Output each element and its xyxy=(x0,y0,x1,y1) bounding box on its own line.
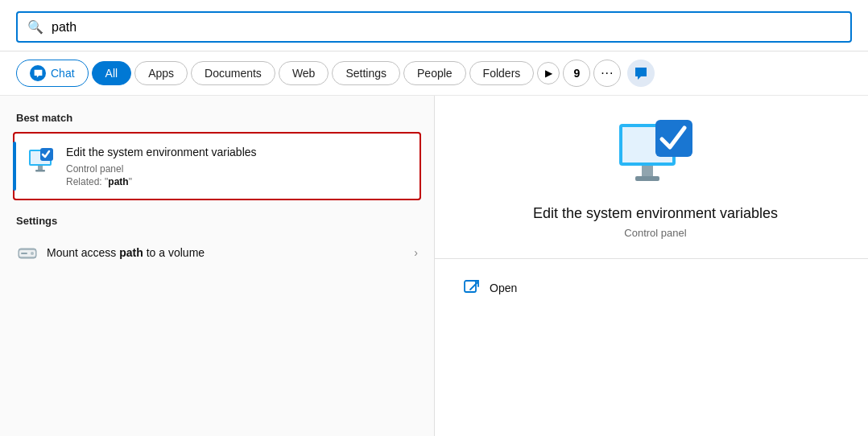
control-panel-icon xyxy=(27,146,56,175)
svg-point-7 xyxy=(31,252,34,255)
open-icon xyxy=(462,278,482,298)
tab-documents[interactable]: Documents xyxy=(191,61,275,85)
settings-section-title: Settings xyxy=(16,215,418,227)
settings-section: Settings Mount access path to a volume › xyxy=(0,200,434,272)
svg-rect-3 xyxy=(35,170,45,172)
svg-rect-11 xyxy=(642,166,653,176)
open-label: Open xyxy=(490,282,517,294)
best-match-related-term: path xyxy=(108,176,128,187)
preview-icon-area xyxy=(459,120,852,192)
tab-chat[interactable]: Chat xyxy=(16,60,89,87)
preview-computer-icon xyxy=(615,120,696,192)
preview-actions: Open xyxy=(459,259,852,304)
chevron-right-icon: › xyxy=(414,246,418,259)
preview-subtitle: Control panel xyxy=(459,227,852,239)
svg-rect-12 xyxy=(635,176,659,181)
tab-expand-button[interactable]: ▶ xyxy=(537,62,560,84)
tab-chat-bubble[interactable] xyxy=(627,60,655,87)
tab-settings[interactable]: Settings xyxy=(332,61,400,85)
more-icon: ··· xyxy=(601,66,614,80)
tab-web-label: Web xyxy=(292,67,316,80)
chat-icon xyxy=(30,65,46,81)
tab-chat-label: Chat xyxy=(51,67,75,80)
main-content: Best match Ed xyxy=(0,96,868,436)
settings-item-mount-path[interactable]: Mount access path to a volume › xyxy=(16,233,418,272)
right-panel: Edit the system environment variables Co… xyxy=(435,96,868,436)
play-icon: ▶ xyxy=(545,68,552,79)
search-input[interactable] xyxy=(52,20,841,35)
search-bar-container: 🔍 xyxy=(0,0,868,51)
tab-count-badge[interactable]: 9 xyxy=(563,60,590,87)
best-match-subtitle: Control panel xyxy=(66,163,407,175)
svg-rect-8 xyxy=(21,253,27,254)
best-match-item[interactable]: Edit the system environment variables Co… xyxy=(13,132,421,200)
tab-all[interactable]: All xyxy=(92,61,132,85)
preview-title: Edit the system environment variables xyxy=(459,205,852,222)
left-panel: Best match Ed xyxy=(0,96,435,436)
tab-settings-label: Settings xyxy=(345,67,386,80)
search-bar: 🔍 xyxy=(16,11,852,43)
tab-people-label: People xyxy=(417,67,453,80)
tab-people[interactable]: People xyxy=(403,61,466,85)
search-icon: 🔍 xyxy=(27,19,43,35)
tab-folders[interactable]: Folders xyxy=(469,61,535,85)
best-match-details: Edit the system environment variables Co… xyxy=(66,145,407,187)
tab-web[interactable]: Web xyxy=(279,61,329,85)
filter-tabs: Chat All Apps Documents Web Settings Peo… xyxy=(0,51,868,96)
open-button[interactable]: Open xyxy=(459,272,852,304)
tab-apps-label: Apps xyxy=(148,67,174,80)
tab-more-button[interactable]: ··· xyxy=(593,60,621,87)
disk-icon xyxy=(16,241,39,264)
tab-folders-label: Folders xyxy=(483,67,521,80)
settings-item-label: Mount access path to a volume xyxy=(47,246,414,259)
best-match-title: Edit the system environment variables xyxy=(66,145,407,161)
svg-rect-2 xyxy=(38,166,43,170)
best-match-related: Related: "path" xyxy=(66,176,407,187)
tab-documents-label: Documents xyxy=(205,67,262,80)
tab-apps[interactable]: Apps xyxy=(134,61,188,85)
best-match-section-title: Best match xyxy=(0,112,434,132)
tab-all-label: All xyxy=(105,67,118,80)
tab-count-label: 9 xyxy=(573,67,580,80)
